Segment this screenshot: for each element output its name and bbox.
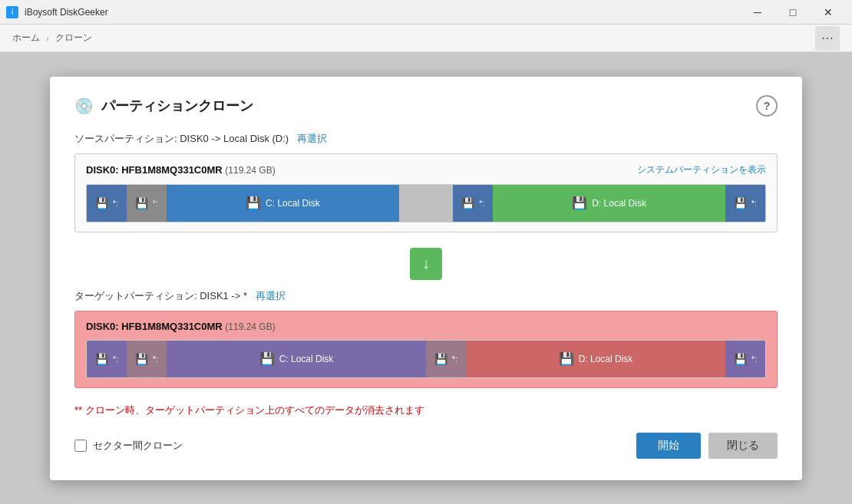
menu-button[interactable]: ⋯ xyxy=(815,26,840,51)
source-disk-name: DISK0: HFB1M8MQ331C0MR (119.24 GB) xyxy=(86,164,276,176)
target-part-c[interactable]: 💾 C: Local Disk xyxy=(167,341,426,377)
footer-buttons: 開始 閉じる xyxy=(636,433,778,459)
source-part-2 xyxy=(399,185,453,222)
source-part-4[interactable]: 💾 *: xyxy=(725,185,765,222)
reselect-source-link[interactable]: 再選択 xyxy=(297,133,327,144)
disk-icon-3: 💾 xyxy=(461,197,474,209)
source-part-c[interactable]: 💾 C: Local Disk xyxy=(167,185,399,222)
source-disk-panel: DISK0: HFB1M8MQ331C0MR (119.24 GB) システムパ… xyxy=(74,153,778,232)
target-part-d[interactable]: 💾 D: Local Disk xyxy=(466,341,725,377)
source-part-3[interactable]: 💾 *: xyxy=(453,185,493,222)
start-button[interactable]: 開始 xyxy=(636,433,701,459)
main-content: 💿 パーティションクローン ? ソースパーティション: DISK0 -> Loc… xyxy=(0,52,852,504)
source-partition-row: 💾 *: 💾 *: 💾 C: Local Disk 💾 xyxy=(86,184,766,222)
close-window-button[interactable]: ✕ xyxy=(811,0,846,25)
dialog-footer: セクター間クローン 開始 閉じる xyxy=(74,433,778,459)
minimize-button[interactable]: ─ xyxy=(740,0,775,25)
source-disk-header: DISK0: HFB1M8MQ331C0MR (119.24 GB) システムパ… xyxy=(86,163,766,176)
target-disk-panel: DISK0: HFB1M8MQ331C0MR (119.24 GB) 💾 *: … xyxy=(74,311,778,388)
dialog-title: パーティションクローン xyxy=(101,97,253,115)
nav-sep: › xyxy=(46,34,49,43)
disk-icon-1: 💾 xyxy=(135,197,148,209)
source-section-label: ソースパーティション: DISK0 -> Local Disk (D:) 再選択 xyxy=(74,132,778,146)
source-part-1[interactable]: 💾 *: xyxy=(127,185,167,222)
app-title: iBoysoft DiskGeeker xyxy=(25,7,108,18)
nav-clone[interactable]: クローン xyxy=(55,31,92,44)
direction-arrow: ↓ xyxy=(410,248,442,280)
tgt-disk-icon-1: 💾 xyxy=(135,353,148,365)
sector-clone-checkbox[interactable] xyxy=(74,440,87,452)
tgt-disk-icon-3: 💾 xyxy=(734,353,747,365)
tgt-disk-icon-c: 💾 xyxy=(259,351,275,366)
target-part-0[interactable]: 💾 *: xyxy=(87,341,127,377)
close-button[interactable]: 閉じる xyxy=(708,433,778,459)
dialog-icon: 💿 xyxy=(74,97,94,115)
reselect-target-link[interactable]: 再選択 xyxy=(256,290,286,301)
title-bar: i iBoysoft DiskGeeker ─ □ ✕ xyxy=(0,0,852,25)
target-part-2[interactable]: 💾 *: xyxy=(426,341,466,377)
tgt-disk-icon-2: 💾 xyxy=(434,353,447,365)
target-disk-name: DISK0: HFB1M8MQ331C0MR (119.24 GB) xyxy=(86,321,276,332)
window-controls: ─ □ ✕ xyxy=(740,0,846,25)
help-button[interactable]: ? xyxy=(756,95,778,117)
target-section-label: ターゲットパーティション: DISK1 -> * 再選択 xyxy=(74,289,778,303)
target-part-1[interactable]: 💾 *: xyxy=(127,341,167,377)
arrow-container: ↓ xyxy=(74,248,778,280)
target-disk-header: DISK0: HFB1M8MQ331C0MR (119.24 GB) xyxy=(86,321,766,332)
maximize-button[interactable]: □ xyxy=(775,0,811,25)
title-bar-left: i iBoysoft DiskGeeker xyxy=(6,6,108,18)
nav-home[interactable]: ホーム xyxy=(12,31,40,44)
nav-bar: ホーム › クローン ⋯ xyxy=(0,25,852,52)
dialog: 💿 パーティションクローン ? ソースパーティション: DISK0 -> Loc… xyxy=(50,77,802,480)
dialog-title-row: 💿 パーティションクローン xyxy=(74,97,253,115)
tgt-disk-icon-0: 💾 xyxy=(95,353,108,365)
warning-text: ** クローン時、ターゲットパーティション上のすべてのデータが消去されます xyxy=(74,404,778,417)
target-partition-row: 💾 *: 💾 *: 💾 C: Local Disk 💾 *: xyxy=(86,340,766,378)
app-icon: i xyxy=(6,6,18,18)
system-partition-link[interactable]: システムパーティションを表示 xyxy=(637,163,766,176)
disk-icon-4: 💾 xyxy=(734,197,747,209)
disk-icon-c: 💾 xyxy=(246,196,261,210)
dialog-header: 💿 パーティションクローン ? xyxy=(74,95,778,117)
sector-clone-row: セクター間クローン xyxy=(74,439,183,453)
target-part-3[interactable]: 💾 *: xyxy=(725,341,765,377)
source-part-0[interactable]: 💾 *: xyxy=(87,185,127,222)
tgt-disk-icon-d: 💾 xyxy=(559,351,574,366)
sector-clone-label: セクター間クローン xyxy=(93,439,183,453)
disk-icon-d: 💾 xyxy=(572,196,587,210)
disk-icon-0: 💾 xyxy=(95,197,108,209)
source-part-d[interactable]: 💾 D: Local Disk xyxy=(493,185,725,222)
